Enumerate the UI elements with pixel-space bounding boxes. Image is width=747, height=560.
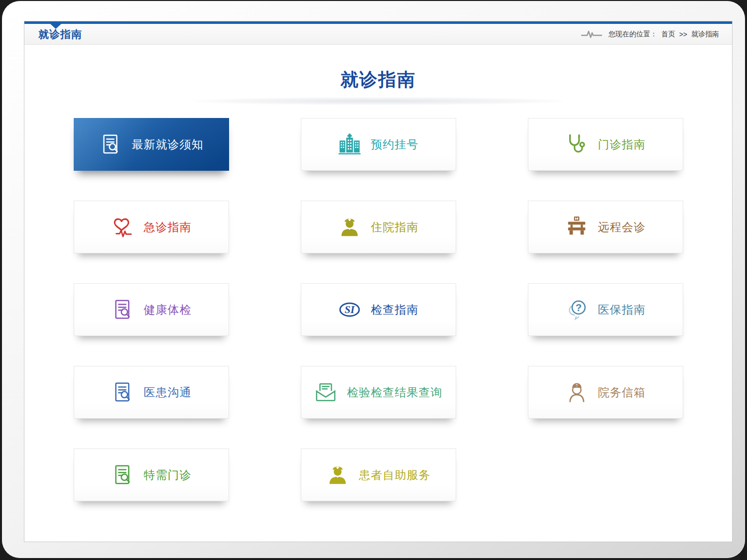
guide-grid: 最新就诊须知 预约挂号 门诊指南 急诊指南 住院指南 远程会诊 健康体检 SI … bbox=[74, 118, 683, 501]
document-search-icon bbox=[99, 133, 122, 156]
doctor-icon bbox=[565, 381, 588, 404]
nurse-icon bbox=[326, 463, 349, 486]
guide-card-label: 门诊指南 bbox=[598, 137, 646, 152]
breadcrumb: 您现在的位置： 首页 >> 就诊指南 bbox=[581, 29, 719, 39]
guide-card[interactable]: 最新就诊须知 bbox=[74, 118, 229, 171]
guide-card[interactable]: 门诊指南 bbox=[528, 118, 683, 171]
page-header: 就诊指南 您现在的位置： 首页 >> 就诊指南 bbox=[24, 21, 732, 45]
guide-card-label: 患者自助服务 bbox=[359, 467, 431, 483]
guide-card[interactable]: 预约挂号 bbox=[301, 118, 456, 171]
heart-ecg-icon bbox=[111, 216, 134, 238]
nurse-icon bbox=[338, 216, 361, 238]
document-search-icon bbox=[111, 381, 134, 404]
envelope-letter-icon bbox=[314, 381, 337, 404]
guide-card[interactable]: 患者自助服务 bbox=[301, 448, 456, 501]
section-title: 就诊指南 bbox=[38, 27, 82, 41]
page-title: 就诊指南 bbox=[24, 68, 732, 92]
guide-card-label: 住院指南 bbox=[371, 220, 419, 235]
header-arrow-marker bbox=[50, 24, 61, 29]
guide-card-label: 医患沟通 bbox=[144, 385, 192, 400]
question-bubbles-icon: ? bbox=[565, 298, 588, 321]
breadcrumb-prefix: 您现在的位置： bbox=[609, 30, 657, 39]
si-logo-icon: SI bbox=[338, 298, 361, 321]
guide-card[interactable]: 急诊指南 bbox=[74, 201, 229, 253]
document-search-icon bbox=[111, 298, 134, 321]
svg-text:SI: SI bbox=[345, 304, 355, 316]
guide-card[interactable]: 院务信箱 bbox=[528, 366, 683, 419]
stethoscope-icon bbox=[565, 133, 588, 156]
breadcrumb-home-link[interactable]: 首页 bbox=[661, 30, 675, 39]
svg-text:?: ? bbox=[575, 302, 581, 313]
guide-card-label: 检验检查结果查询 bbox=[347, 385, 443, 400]
ecg-pulse-icon bbox=[581, 29, 603, 39]
guide-card-label: 远程会诊 bbox=[598, 220, 646, 235]
document-search-icon bbox=[111, 463, 134, 486]
guide-card-label: 检查指南 bbox=[371, 302, 419, 318]
guide-card-label: 院务信箱 bbox=[598, 385, 646, 400]
guide-card[interactable]: 健康体检 bbox=[74, 283, 229, 336]
guide-card-label: 健康体检 bbox=[144, 302, 192, 318]
breadcrumb-current: 就诊指南 bbox=[691, 30, 719, 39]
title-shadow-divider bbox=[194, 97, 563, 105]
guide-card[interactable]: 远程会诊 bbox=[528, 201, 683, 253]
guide-card[interactable]: 住院指南 bbox=[301, 201, 456, 253]
guide-card[interactable]: 医患沟通 bbox=[74, 366, 229, 419]
guide-card-label: 急诊指南 bbox=[144, 220, 192, 235]
device-frame: 就诊指南 您现在的位置： 首页 >> 就诊指南 就诊指南 最新就诊须知 预约挂号… bbox=[2, 1, 745, 558]
guide-card[interactable]: 检验检查结果查询 bbox=[301, 366, 456, 419]
content-panel: 就诊指南 您现在的位置： 首页 >> 就诊指南 就诊指南 最新就诊须知 预约挂号… bbox=[24, 21, 733, 542]
guide-card[interactable]: SI 检查指南 bbox=[301, 283, 456, 336]
guide-card-label: 医保指南 bbox=[598, 302, 646, 318]
guide-card-label: 最新就诊须知 bbox=[132, 137, 204, 152]
guide-card-label: 特需门诊 bbox=[144, 467, 192, 483]
breadcrumb-separator: >> bbox=[679, 30, 687, 38]
guide-card[interactable]: 特需门诊 bbox=[74, 448, 229, 501]
hospital-buildings-icon bbox=[338, 133, 361, 156]
guide-card-label: 预约挂号 bbox=[371, 137, 419, 152]
guide-card[interactable]: ? 医保指南 bbox=[528, 283, 683, 336]
hospital-flag-icon bbox=[565, 216, 588, 238]
